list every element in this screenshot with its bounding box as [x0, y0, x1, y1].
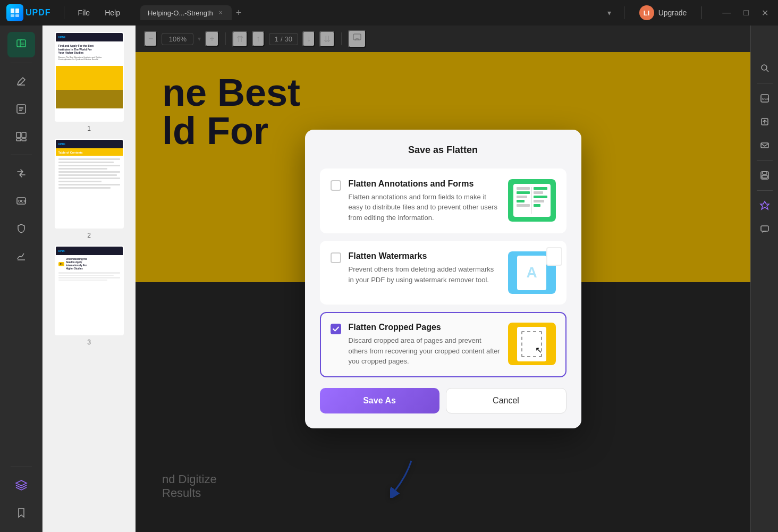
- annotations-doc-left: [517, 187, 530, 214]
- tab-label: Helping-O...-Strength: [148, 9, 213, 17]
- svg-rect-27: [761, 143, 768, 148]
- save-flatten-modal: Save as Flatten Flatten Annotations and …: [305, 130, 581, 428]
- minimize-button[interactable]: —: [719, 6, 734, 20]
- main-layout: OCR: [0, 26, 778, 532]
- svg-rect-30: [762, 175, 767, 178]
- right-icon-save[interactable]: [754, 165, 775, 186]
- svg-line-23: [766, 70, 768, 72]
- option-flatten-annotations[interactable]: Flatten Annotations and Forms Flatten an…: [320, 168, 566, 234]
- title-divider3: [701, 6, 702, 19]
- tab-document[interactable]: Helping-O...-Strength ×: [140, 5, 232, 20]
- maximize-button[interactable]: □: [740, 6, 752, 20]
- right-icon-search[interactable]: [754, 57, 775, 79]
- arrow-annotation: [390, 455, 433, 500]
- user-avatar: LI: [639, 5, 654, 20]
- sidebar-bottom: [7, 463, 35, 526]
- annotations-divider: [531, 187, 532, 214]
- svg-rect-3: [15, 14, 19, 17]
- upgrade-button[interactable]: LI Upgrade: [633, 3, 694, 22]
- watermark-page-icon: A: [517, 256, 546, 290]
- sidebar-tool-convert[interactable]: [7, 161, 35, 186]
- svg-text:OCR: OCR: [762, 97, 769, 100]
- save-as-button[interactable]: Save As: [320, 388, 439, 413]
- svg-rect-1: [15, 9, 19, 13]
- thumb-page-1[interactable]: UPDF Find and Apply For the BestInstitut…: [55, 32, 124, 122]
- tab-dropdown-button[interactable]: ▾: [603, 6, 615, 19]
- thumbnail-page-2[interactable]: UPDF Table of Contents: [55, 139, 124, 239]
- svg-rect-15: [16, 139, 21, 141]
- sidebar-divider1: [11, 63, 32, 63]
- annotations-icon-inner: [513, 184, 551, 217]
- titlebar: UPDF File Help Helping-O...-Strength × +…: [0, 0, 778, 26]
- menu-file[interactable]: File: [73, 6, 96, 19]
- thumb-img-2: UPDF Table of Contents: [56, 140, 123, 227]
- sidebar-tool-annotate[interactable]: [7, 69, 35, 94]
- thumb-page-3[interactable]: UPDF 01 Understanding theNeed to ApplyIn…: [55, 246, 124, 335]
- right-icon-ocr[interactable]: OCR: [754, 88, 775, 109]
- thumb-img-1: UPDF Find and Apply For the BestInstitut…: [56, 33, 123, 121]
- svg-rect-29: [763, 172, 767, 174]
- option-title-watermarks: Flatten Watermarks: [349, 251, 501, 261]
- right-divider2: [757, 160, 773, 161]
- sidebar-tool-protect[interactable]: [7, 216, 35, 241]
- sidebar-tool-layers[interactable]: [7, 472, 35, 498]
- option-flatten-cropped[interactable]: Flatten Cropped Pages Discard cropped ar…: [320, 312, 566, 377]
- thumb-page-2[interactable]: UPDF Table of Contents: [55, 139, 124, 229]
- annotations-icon: [508, 179, 556, 222]
- right-icon-mail[interactable]: [754, 134, 775, 156]
- thumbnail-page-1[interactable]: UPDF Find and Apply For the BestInstitut…: [55, 32, 124, 132]
- thumb-number-1: 1: [87, 125, 91, 132]
- right-icon-export[interactable]: [754, 111, 775, 132]
- right-divider3: [757, 190, 773, 191]
- option-desc-annotations: Flatten annotations and form fields to m…: [349, 192, 501, 223]
- thumb-number-3: 3: [87, 339, 91, 346]
- sidebar-tool-organize[interactable]: [7, 124, 35, 149]
- tab-bar: Helping-O...-Strength × +: [140, 5, 599, 20]
- svg-rect-16: [22, 139, 26, 141]
- crop-icon: ↖: [508, 323, 556, 365]
- sidebar-divider2: [11, 155, 32, 155]
- thumb-img-3: UPDF 01 Understanding theNeed to ApplyIn…: [56, 247, 123, 334]
- sidebar-tool-ocr[interactable]: OCR: [7, 188, 35, 214]
- thumbnail-page-3[interactable]: UPDF 01 Understanding theNeed to ApplyIn…: [55, 246, 124, 346]
- thumbnail-panel[interactable]: UPDF Find and Apply For the BestInstitut…: [43, 26, 136, 532]
- menu-help[interactable]: Help: [99, 6, 125, 19]
- svg-text:OCR: OCR: [18, 199, 27, 203]
- title-divider2: [624, 6, 624, 19]
- right-divider1: [757, 83, 773, 83]
- logo-label: UPDF: [26, 8, 51, 18]
- option-flatten-watermarks[interactable]: Flatten Watermarks Prevent others from d…: [320, 241, 566, 305]
- right-icon-plugin[interactable]: [754, 195, 775, 216]
- content-area: − 106% ▾ + ⇈ ↑ 1 / 30 ↓ ⇊: [136, 26, 750, 532]
- option-title-cropped: Flatten Cropped Pages: [349, 323, 501, 332]
- title-divider1: [64, 6, 64, 19]
- modal-title: Save as Flatten: [320, 145, 566, 156]
- sidebar-tool-reader[interactable]: [7, 32, 35, 57]
- close-button[interactable]: ✕: [758, 6, 772, 20]
- option-desc-watermarks: Prevent others from deleting added water…: [349, 264, 501, 285]
- watermark-letter: A: [526, 264, 537, 281]
- sidebar-tool-bookmark[interactable]: [7, 500, 35, 526]
- upgrade-label: Upgrade: [658, 9, 687, 17]
- left-sidebar: OCR: [0, 26, 43, 532]
- crop-page-icon: ↖: [517, 327, 546, 361]
- svg-rect-2: [11, 14, 14, 17]
- svg-point-22: [762, 65, 767, 70]
- sidebar-tool-sign[interactable]: [7, 243, 35, 269]
- modal-overlay: Save as Flatten Flatten Annotations and …: [136, 26, 750, 532]
- cancel-button[interactable]: Cancel: [446, 388, 566, 413]
- watermark-corner-page: [546, 247, 562, 266]
- checkbox-flatten-watermarks[interactable]: [331, 252, 341, 263]
- checkbox-flatten-annotations[interactable]: [331, 180, 341, 191]
- tab-add-button[interactable]: +: [232, 6, 246, 20]
- right-icon-chat[interactable]: [754, 218, 775, 240]
- app-logo: UPDF: [6, 4, 51, 21]
- option-desc-cropped: Discard cropped area of pages and preven…: [349, 335, 501, 367]
- sidebar-tool-edit[interactable]: [7, 96, 35, 122]
- sidebar-divider3: [11, 467, 32, 467]
- checkbox-flatten-cropped[interactable]: [331, 324, 341, 334]
- annotations-doc-right: [534, 187, 547, 214]
- window-controls: — □ ✕: [719, 6, 772, 20]
- tab-close-button[interactable]: ×: [217, 9, 224, 17]
- logo-icon: [6, 4, 23, 21]
